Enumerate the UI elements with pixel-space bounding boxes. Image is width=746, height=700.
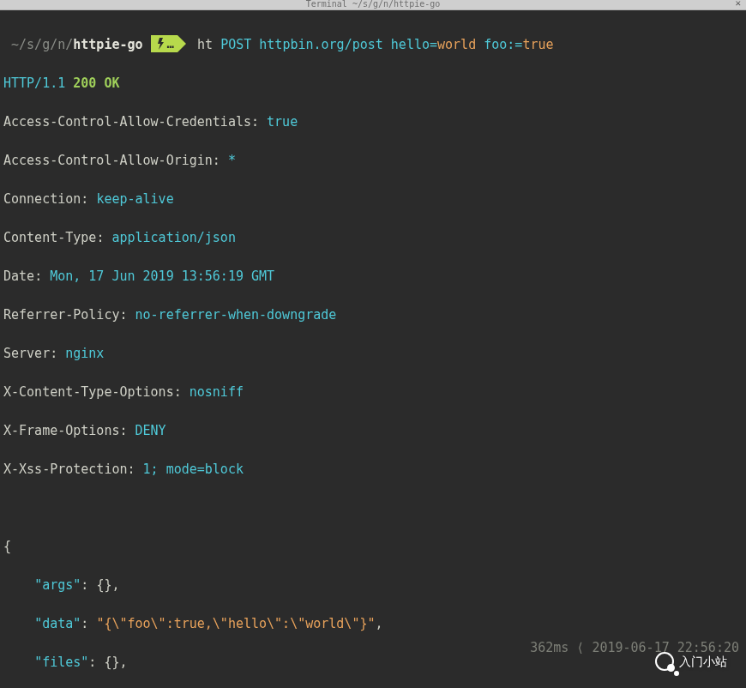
- window-title: Terminal ~/s/g/n/httpie-go: [306, 0, 441, 9]
- header-line: X-Content-Type-Options: nosniff: [3, 383, 743, 402]
- json-body: {: [3, 537, 743, 557]
- cmd-arg1-key: hello: [391, 37, 430, 52]
- prompt-path-dim: ~/s/g/n/: [11, 37, 73, 52]
- http-status-text: OK: [104, 75, 119, 91]
- cmd-url: httpbin.org/post: [259, 37, 383, 52]
- header-line: X-Xss-Protection: 1; mode=block: [3, 460, 743, 480]
- cmd-method: POST: [220, 37, 251, 52]
- cmd-arg2-val: true: [522, 37, 553, 52]
- terminal[interactable]: ~/s/g/n/httpie-go … ht POST httpbin.org/…: [0, 10, 746, 688]
- header-line: Access-Control-Allow-Origin: *: [3, 151, 743, 171]
- header-line: X-Frame-Options: DENY: [3, 421, 743, 441]
- json-body: [3, 498, 743, 518]
- header-line: Date: Mon, 17 Jun 2019 13:56:19 GMT: [3, 267, 743, 287]
- cmd-binary: ht: [197, 37, 213, 52]
- watermark-text: 入门小站: [679, 652, 727, 672]
- watermark: 入门小站: [655, 652, 727, 672]
- close-icon[interactable]: ✕: [735, 0, 741, 8]
- header-line: Referrer-Policy: no-referrer-when-downgr…: [3, 305, 743, 325]
- prompt-pill: …: [151, 35, 177, 52]
- json-body: "data": "{\"foo\":true,\"hello\":\"world…: [3, 614, 743, 634]
- window-titlebar: Terminal ~/s/g/n/httpie-go ✕: [0, 0, 746, 10]
- prompt-line-1: ~/s/g/n/httpie-go … ht POST httpbin.org/…: [3, 35, 743, 55]
- header-line: Server: nginx: [3, 344, 743, 364]
- cmd-arg2-key: foo: [484, 37, 507, 52]
- header-line: Connection: keep-alive: [3, 190, 743, 209]
- header-line: Content-Type: application/json: [3, 228, 743, 248]
- prompt-path-bold: httpie-go: [73, 37, 142, 52]
- json-body: "args": {},: [3, 576, 743, 595]
- wechat-icon: [655, 652, 674, 671]
- http-proto: HTTP/1.1: [3, 75, 65, 91]
- http-status-code: 200: [73, 75, 96, 91]
- header-line: Access-Control-Allow-Credentials: true: [3, 112, 743, 132]
- cmd-arg1-val: world: [437, 37, 476, 52]
- status-line: HTTP/1.1 200 OK: [3, 74, 743, 94]
